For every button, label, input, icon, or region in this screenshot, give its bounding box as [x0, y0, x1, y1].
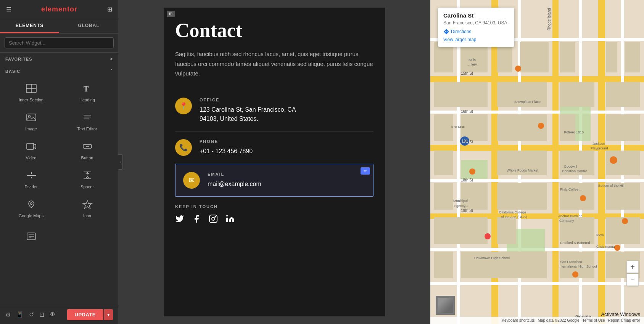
twitter-icon[interactable] — [175, 214, 184, 226]
canvas-area[interactable]: ⊞ Contact Sagittis, faucibus nibh sed rh… — [118, 0, 430, 324]
undo-icon[interactable]: ↺ — [29, 311, 34, 318]
linkedin-icon[interactable] — [225, 214, 235, 226]
responsive-icon[interactable]: ⊡ — [39, 311, 44, 318]
favorites-section-header[interactable]: FAVORITES > — [0, 53, 118, 65]
widget-button-label: Button — [81, 156, 93, 160]
svg-text:International High School: International High School — [559, 265, 597, 268]
video-icon — [26, 142, 37, 153]
svg-text:18th St: 18th St — [461, 178, 473, 182]
svg-text:Potrero 1010: Potrero 1010 — [564, 130, 584, 134]
svg-point-87 — [610, 156, 617, 164]
svg-text:16th St: 16th St — [461, 109, 473, 114]
social-icons — [175, 214, 374, 226]
settings-icon[interactable]: ⚙ — [5, 311, 11, 318]
svg-rect-4 — [27, 114, 36, 121]
widget-divider[interactable]: Divider — [3, 165, 59, 194]
svg-text:Rhode Island: Rhode Island — [547, 8, 551, 30]
update-plus-button[interactable]: ▾ — [104, 309, 113, 320]
instagram-icon[interactable] — [209, 214, 218, 226]
contact-section: ⊞ Contact Sagittis, faucibus nibh sed rh… — [164, 8, 385, 237]
svg-rect-35 — [552, 0, 559, 324]
widget-extra-1[interactable] — [3, 226, 59, 251]
email-value: mail@example.com — [208, 180, 365, 189]
svg-point-88 — [485, 233, 491, 239]
view-larger-map-link[interactable]: View larger map — [443, 37, 509, 42]
facebook-icon[interactable] — [192, 214, 201, 226]
map-directions-button[interactable]: Directions — [443, 29, 509, 35]
keyboard-shortcuts-link[interactable]: Keyboard shortcuts — [502, 318, 535, 322]
divider-icon — [26, 171, 37, 182]
grid-icon[interactable]: ⊞ — [107, 6, 112, 13]
favorites-chevron: > — [110, 56, 113, 62]
svg-point-85 — [469, 168, 475, 175]
sidebar-footer: ⚙ 📱 ↺ ⊡ 👁 UPDATE ▾ — [0, 305, 118, 324]
terms-of-use-link[interactable]: Terms of Use — [583, 318, 605, 322]
svg-text:Municipal: Municipal — [453, 199, 468, 203]
svg-rect-53 — [560, 42, 575, 72]
update-button[interactable]: UPDATE — [67, 309, 103, 320]
svg-text:Philz Coffee...: Philz Coffee... — [560, 188, 581, 191]
svg-rect-75 — [497, 217, 516, 244]
svg-text:...ilery: ...ilery — [468, 63, 477, 66]
map-zoom-out-button[interactable]: − — [626, 274, 639, 286]
spacer-icon — [82, 171, 93, 182]
search-input[interactable] — [5, 37, 114, 48]
email-edit-button[interactable]: ✏ — [361, 167, 370, 175]
map-thumbnail — [436, 296, 455, 315]
svg-point-91 — [622, 218, 628, 224]
mobile-icon[interactable]: 📱 — [16, 311, 24, 318]
email-item[interactable]: ✉ EMAIL mail@example.com ✏ — [175, 164, 374, 197]
svg-point-90 — [614, 245, 620, 251]
svg-rect-25 — [209, 215, 217, 223]
svg-text:s for Less: s for Less — [451, 125, 465, 128]
widget-image[interactable]: Image — [3, 107, 59, 136]
map-area[interactable]: Whole Foods Market Potrero 1010 Californ… — [430, 0, 644, 324]
widget-video[interactable]: Video — [3, 136, 59, 165]
page-canvas: ⊞ Contact Sagittis, faucibus nibh sed rh… — [164, 8, 385, 316]
svg-text:Whole Foods Market: Whole Foods Market — [507, 168, 539, 172]
hamburger-icon[interactable]: ☰ — [6, 6, 11, 13]
office-details: OFFICE 123 Carolina St, San Francisco, C… — [200, 98, 374, 124]
widget-inner-section-label: Inner Section — [19, 98, 43, 102]
section-handle-icon: ⊞ — [167, 11, 175, 17]
svg-rect-52 — [520, 42, 549, 72]
widget-text-editor[interactable]: Text Editor — [59, 107, 115, 136]
widget-google-maps[interactable]: Google Maps — [3, 194, 59, 223]
sidebar-tabs: ELEMENTS GLOBAL — [0, 19, 118, 34]
svg-marker-20 — [83, 200, 92, 209]
map-zoom-controls: + − — [626, 261, 639, 286]
svg-rect-28 — [226, 218, 228, 222]
widget-button[interactable]: Button — [59, 136, 115, 165]
svg-text:Agency...: Agency... — [454, 204, 468, 208]
svg-rect-55 — [625, 42, 640, 72]
svg-rect-36 — [598, 0, 605, 324]
inner-section-icon — [26, 84, 37, 95]
svg-text:of the Arts (CCA): of the Arts (CCA) — [501, 215, 527, 219]
directions-label: Directions — [451, 29, 471, 34]
widget-spacer[interactable]: Spacer — [59, 165, 115, 194]
icon-icon — [82, 200, 93, 211]
widgets-grid: Inner Section T Heading Image — [0, 77, 118, 226]
report-error-link[interactable]: Report a map error — [608, 318, 640, 322]
tab-elements[interactable]: ELEMENTS — [0, 19, 59, 33]
svg-point-86 — [580, 195, 586, 201]
map-zoom-in-button[interactable]: + — [626, 261, 639, 273]
brand-logo: elementor — [41, 5, 77, 13]
widget-text-editor-label: Text Editor — [77, 127, 97, 131]
eye-icon[interactable]: 👁 — [50, 311, 56, 318]
collapse-handle[interactable]: ‹ — [118, 154, 123, 170]
widget-icon[interactable]: Icon — [59, 194, 115, 223]
widgets-grid-extra — [0, 226, 118, 254]
map-data-label: Map data ©2022 Google — [538, 318, 579, 322]
tab-global[interactable]: GLOBAL — [59, 19, 118, 33]
collapse-chevron-icon: ‹ — [120, 160, 121, 164]
widget-inner-section[interactable]: Inner Section — [3, 79, 59, 107]
svg-rect-60 — [434, 114, 453, 141]
basic-section-header[interactable]: BASIC ˅ — [0, 65, 118, 77]
contact-title: Contact — [175, 19, 374, 42]
widget-heading[interactable]: T Heading — [59, 79, 115, 107]
phone-icon-circle: 📞 — [175, 139, 192, 156]
phone-details: PHONE +01 - 123 456 7890 — [200, 139, 374, 156]
svg-rect-58 — [560, 82, 594, 107]
contact-description: Sagittis, faucibus nibh sed rhoncus lacu… — [175, 49, 374, 79]
